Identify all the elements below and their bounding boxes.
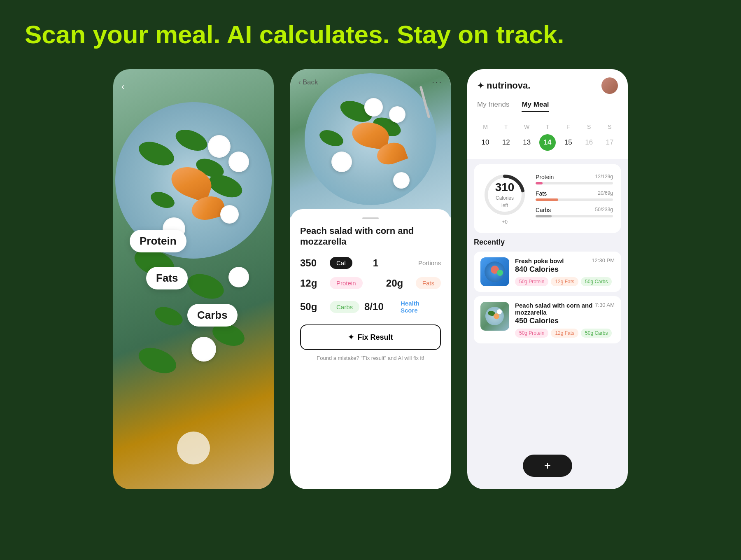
meal-thumb-poke: [480, 257, 509, 286]
recently-section: Recently Fresh poke bowl 12:30 PM 840 Ca…: [467, 238, 628, 343]
carbs-value: 50g: [300, 301, 325, 313]
tab-my-meal[interactable]: My Meal: [522, 100, 549, 112]
protein-value: 12g: [300, 278, 325, 289]
fats-badge: Fats: [416, 277, 441, 289]
phone2-header: ‹ Back ···: [290, 77, 451, 87]
calories-left-label: Calories left: [496, 195, 514, 208]
calendar-dates: 10 12 13 14 15 16 17: [477, 134, 618, 151]
meal-header-peach: Peach salad with corn andmozzarella 7:30…: [515, 302, 615, 317]
meal-time-peach: 7:30 AM: [595, 302, 615, 308]
calendar-date-14-today[interactable]: 14: [539, 134, 556, 151]
tag-fats: 12g Fats: [551, 277, 578, 286]
fats-macro-label: Fats: [536, 190, 547, 197]
calories-delta: +0: [482, 219, 527, 225]
meal-tags-peach: 50g Protein 12g Fats 50g Carbs: [515, 329, 615, 338]
more-options-button[interactable]: ···: [432, 77, 443, 87]
calendar-date-15[interactable]: 15: [560, 134, 576, 151]
fats-label: Fats: [146, 267, 188, 289]
macro-protein: Protein 12/129g: [536, 174, 613, 184]
meal-info-poke: Fresh poke bowl 12:30 PM 840 Calories 50…: [515, 257, 615, 286]
fats-value: 20g: [386, 278, 411, 289]
user-avatar[interactable]: [601, 77, 618, 94]
headline: Scan your meal. AI calculates. Stay on t…: [25, 21, 564, 49]
tag-carbs-2: 50g Carbs: [581, 329, 612, 338]
fats-macro-value: 20/69g: [598, 190, 613, 197]
phones-container: ‹ Protein Fats Carbs: [25, 69, 716, 489]
phone-food-detail: ‹ Back ··· Peach salad with corn and moz…: [290, 69, 451, 489]
calendar-date-10[interactable]: 10: [477, 134, 494, 151]
carbs-bar-bg: [536, 215, 613, 217]
health-score-value: 8/10: [364, 301, 389, 313]
back-icon[interactable]: ‹: [121, 82, 124, 92]
camera-shutter-button[interactable]: [177, 432, 210, 464]
tag-fats-2: 12g Fats: [551, 329, 578, 338]
calories-number: 310: [494, 181, 516, 194]
calendar-date-17[interactable]: 17: [601, 134, 618, 151]
meal-card-poke[interactable]: Fresh poke bowl 12:30 PM 840 Calories 50…: [474, 252, 621, 292]
ai-star-icon: ✦: [348, 333, 354, 342]
protein-badge: Protein: [330, 277, 363, 289]
meal-time-poke: 12:30 PM: [592, 257, 615, 264]
calendar-date-13[interactable]: 13: [519, 134, 535, 151]
fix-result-button[interactable]: ✦ Fix Result: [300, 324, 441, 350]
food-decoration: [228, 152, 249, 172]
protein-label: Protein: [130, 230, 186, 252]
tag-protein: 50g Protein: [515, 277, 548, 286]
meal-calories-peach: 450 Calories: [515, 317, 615, 325]
carbs-macro-value: 50/233g: [595, 207, 613, 213]
protein-macro-label: Protein: [536, 174, 554, 180]
food-decoration: [228, 267, 249, 287]
food-decoration: [135, 341, 180, 380]
meal-info-peach: Peach salad with corn andmozzarella 7:30…: [515, 302, 615, 338]
food-decoration: [220, 205, 239, 224]
carbs-health-row: 50g Carbs 8/10 Health Score: [300, 297, 441, 316]
macro-fats: Fats 20/69g: [536, 190, 613, 201]
calendar-date-12[interactable]: 12: [498, 134, 514, 151]
food-detail-content: Peach salad with corn and mozzarella 350…: [290, 209, 451, 369]
macro-carbs: Carbs 50/233g: [536, 207, 613, 217]
food-decoration: [393, 172, 410, 189]
meal-thumb-peach: [480, 302, 509, 331]
recently-label: Recently: [474, 238, 621, 247]
app-logo: ✦ nutrinova.: [477, 80, 530, 91]
add-meal-button[interactable]: +: [523, 455, 572, 477]
fix-hint-text: Found a mistake? "Fix result" and AI wil…: [300, 355, 441, 361]
food-decoration: [184, 267, 227, 306]
calendar-section: M T W T F S S 10 12 13 14 15 16 17: [467, 117, 628, 159]
meal-name-poke: Fresh poke bowl: [515, 257, 564, 264]
food-decoration: [191, 337, 216, 362]
day-w: W: [519, 124, 535, 130]
phone-meal-tracker: ✦ nutrinova. My friends My Meal M T W T …: [467, 69, 628, 489]
carbs-macro-label: Carbs: [536, 207, 551, 213]
meal-header-poke: Fresh poke bowl 12:30 PM: [515, 257, 615, 265]
calories-center: 310 Calories left: [494, 181, 516, 209]
meal-name-peach: Peach salad with corn andmozzarella: [515, 302, 592, 316]
protein-bar-fill: [536, 182, 543, 184]
calories-ring: 310 Calories left: [482, 172, 527, 217]
portions-value: 1: [373, 257, 398, 269]
app-header: ✦ nutrinova.: [467, 69, 628, 100]
food-image: ‹ Back ···: [290, 69, 451, 217]
protein-macro-value: 12/129g: [595, 174, 613, 180]
portions-label: Portions: [418, 259, 441, 266]
food-decoration: [208, 135, 231, 158]
tab-friends[interactable]: My friends: [477, 100, 509, 112]
meal-card-peach[interactable]: Peach salad with corn andmozzarella 7:30…: [474, 296, 621, 343]
calories-row: 350 Cal 1 Portions: [300, 257, 441, 269]
back-button[interactable]: ‹ Back: [298, 78, 318, 86]
day-s: S: [581, 124, 597, 130]
carbs-bar-fill: [536, 215, 552, 217]
calendar-date-16[interactable]: 16: [581, 134, 597, 151]
health-score-badge: Health Score: [394, 297, 441, 316]
fats-bar-bg: [536, 198, 613, 201]
phone-camera: ‹ Protein Fats Carbs: [113, 69, 274, 489]
meal-tags-poke: 50g Protein 12g Fats 50g Carbs: [515, 277, 615, 286]
meal-calories-poke: 840 Calories: [515, 265, 615, 274]
calories-badge: Cal: [330, 257, 352, 269]
chevron-left-icon: ‹: [298, 78, 301, 86]
tag-carbs: 50g Carbs: [581, 277, 612, 286]
food-name: Peach salad with corn and mozzarella: [300, 226, 441, 247]
protein-fats-row: 12g Protein 20g Fats: [300, 277, 441, 289]
food-decoration: [152, 302, 186, 331]
logo-star-icon: ✦: [477, 81, 484, 91]
